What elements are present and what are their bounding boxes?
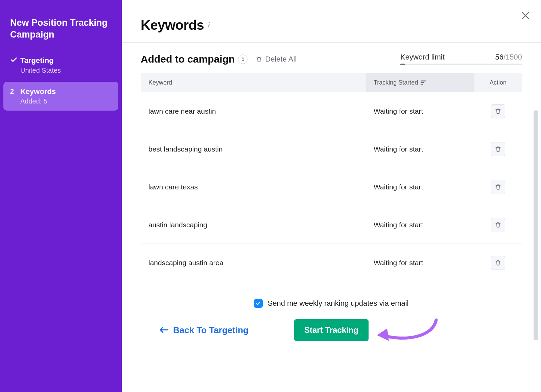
th-keyword[interactable]: Keyword <box>141 73 366 92</box>
footer: Send me weekly ranking updates via email… <box>141 282 522 361</box>
delete-all-button[interactable]: Delete All <box>256 55 297 64</box>
trash-icon <box>495 259 501 267</box>
sidebar-title: New Position Tracking Campaign <box>3 17 118 51</box>
arrow-left-icon <box>160 325 168 336</box>
table-row: lawn care near austin Waiting for start <box>141 92 522 130</box>
keyword-limit-used: 56 <box>495 53 503 61</box>
email-updates-row: Send me weekly ranking updates via email <box>160 299 503 308</box>
trash-icon <box>495 221 501 229</box>
cell-action <box>474 98 522 124</box>
close-button[interactable] <box>518 8 533 23</box>
step-body: Keywords Added: 5 <box>20 87 56 105</box>
cell-tracking: Waiting for start <box>366 139 474 159</box>
cell-tracking: Waiting for start <box>366 177 474 197</box>
cell-action <box>474 212 522 238</box>
trash-icon <box>256 56 262 63</box>
actions-row: Back To Targeting Start Tracking <box>160 319 503 341</box>
delete-row-button[interactable] <box>491 256 505 270</box>
svg-rect-0 <box>421 80 426 82</box>
campaign-bar: Added to campaign 5 Delete All Keyword l… <box>141 53 522 65</box>
page-header: Keywords i <box>122 0 541 43</box>
content-area: Added to campaign 5 Delete All Keyword l… <box>122 43 541 392</box>
delete-row-button[interactable] <box>491 180 505 194</box>
step-body: Targeting United States <box>20 56 61 74</box>
wizard-sidebar: New Position Tracking Campaign Targeting… <box>0 0 122 392</box>
info-icon[interactable]: i <box>208 21 210 29</box>
cell-keyword: austin landscaping <box>141 215 366 235</box>
delete-row-button[interactable] <box>491 218 505 232</box>
sort-icon <box>421 80 426 85</box>
page-title: Keywords <box>141 18 204 33</box>
check-icon <box>10 56 20 64</box>
back-to-targeting-link[interactable]: Back To Targeting <box>160 325 249 336</box>
th-tracking-label: Tracking Started <box>374 79 418 86</box>
delete-row-button[interactable] <box>491 142 505 156</box>
trash-icon <box>495 145 501 153</box>
step-subtitle: United States <box>20 67 61 74</box>
th-tracking-started[interactable]: Tracking Started <box>366 73 474 92</box>
table-body: lawn care near austin Waiting for start … <box>141 92 522 282</box>
svg-rect-2 <box>421 84 423 85</box>
wizard-step-targeting[interactable]: Targeting United States <box>3 51 118 79</box>
table-row: lawn care texas Waiting for start <box>141 168 522 206</box>
step-title: Keywords <box>20 87 56 96</box>
back-label: Back To Targeting <box>173 325 249 336</box>
cell-tracking: Waiting for start <box>366 101 474 121</box>
delete-row-button[interactable] <box>491 104 505 118</box>
cell-action <box>474 174 522 200</box>
delete-all-label: Delete All <box>265 55 297 64</box>
campaign-count-badge: 5 <box>238 54 248 64</box>
table-row: austin landscaping Waiting for start <box>141 206 522 244</box>
annotation-arrow-icon <box>375 317 443 348</box>
cell-action <box>474 250 522 276</box>
trash-icon <box>495 108 501 115</box>
scrollbar[interactable] <box>534 110 538 340</box>
step-number-icon: 2 <box>10 87 20 95</box>
keyword-limit-label: Keyword limit <box>400 53 445 62</box>
keyword-limit-progress <box>400 64 522 65</box>
keyword-limit-max: /1500 <box>503 53 522 61</box>
trash-icon <box>495 183 501 191</box>
main-panel: Keywords i Added to campaign 5 Delete Al… <box>122 0 541 392</box>
svg-rect-1 <box>421 82 424 83</box>
start-tracking-button[interactable]: Start Tracking <box>294 319 369 341</box>
table-header: Keyword Tracking Started Action <box>141 73 522 92</box>
wizard-step-keywords[interactable]: 2 Keywords Added: 5 <box>3 82 118 111</box>
keyword-limit-progress-fill <box>400 64 405 65</box>
scrollbar-thumb[interactable] <box>534 110 538 340</box>
campaign-title-text: Added to campaign <box>141 53 235 65</box>
cell-tracking: Waiting for start <box>366 253 474 273</box>
cell-tracking: Waiting for start <box>366 215 474 235</box>
table-row: landscaping austin area Waiting for star… <box>141 244 522 282</box>
campaign-title: Added to campaign 5 <box>141 53 248 65</box>
step-title: Targeting <box>20 56 61 65</box>
email-updates-label: Send me weekly ranking updates via email <box>267 299 408 308</box>
keyword-limit-value: 56/1500 <box>495 53 522 62</box>
cell-keyword: lawn care near austin <box>141 101 366 121</box>
cell-keyword: best landscaping austin <box>141 139 366 159</box>
cell-action <box>474 136 522 162</box>
keyword-limit-row: Keyword limit 56/1500 <box>400 53 522 62</box>
table-row: best landscaping austin Waiting for star… <box>141 130 522 168</box>
keyword-limit-block: Keyword limit 56/1500 <box>400 53 522 65</box>
app-root: New Position Tracking Campaign Targeting… <box>0 0 541 392</box>
keywords-table: Keyword Tracking Started Action lawn car… <box>141 73 522 282</box>
email-updates-checkbox[interactable] <box>254 299 263 308</box>
th-action: Action <box>474 73 522 92</box>
cell-keyword: landscaping austin area <box>141 253 366 273</box>
cell-keyword: lawn care texas <box>141 177 366 197</box>
step-subtitle: Added: 5 <box>20 97 56 105</box>
